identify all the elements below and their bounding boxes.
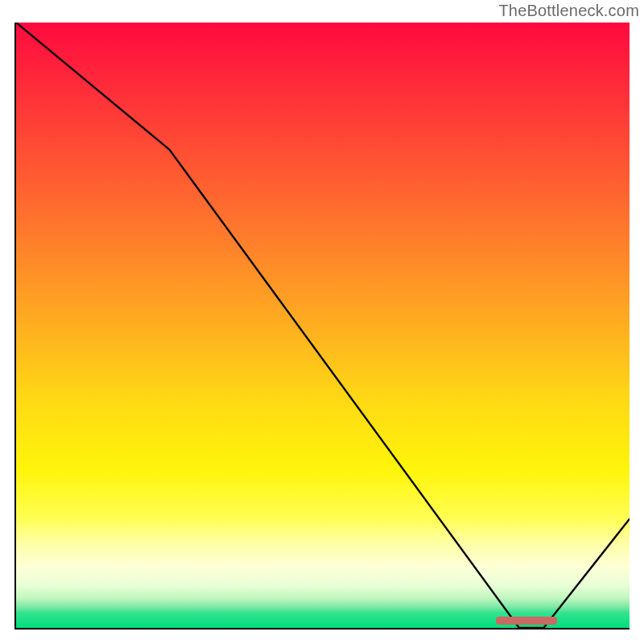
line-overlay bbox=[16, 23, 630, 628]
bottom-marker bbox=[496, 617, 557, 625]
plot-area bbox=[14, 23, 630, 630]
chart-container: TheBottleneck.com bbox=[0, 0, 644, 644]
curve-path bbox=[16, 23, 630, 628]
watermark-text: TheBottleneck.com bbox=[498, 2, 639, 20]
